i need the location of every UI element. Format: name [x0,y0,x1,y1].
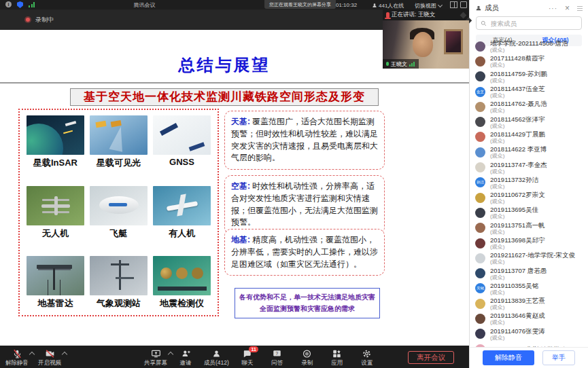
member-role: (观众) [490,92,545,98]
gallery-label: 飞艇 [110,227,128,240]
member-role: (观众) [490,335,545,341]
member-name: 地学学院-2021114508-唐浩 [490,39,568,47]
member-row[interactable]: 2019113751高一帆(观众) [470,221,588,236]
speaking-header: 正在讲话: 王晓文 [383,10,469,20]
panel-handle-icon[interactable] [577,6,583,11]
toolbar-label: 问答 [271,359,283,367]
meeting-duration: 01:10:32 [336,2,357,8]
member-row[interactable]: 地学学院-2021114508-唐浩(观众) [470,39,588,54]
member-avatar [475,41,485,52]
bottom-toolbar: 解除静音开启视频 共享屏幕邀请成员(412)聊天11?问答录制应用设置 离开会议 [0,346,469,368]
member-row[interactable]: 2019211627-地学学院-宋文俊(观众) [470,251,588,265]
member-row[interactable]: 2019110672罗崇文(观众) [470,190,588,205]
member-name: 2019113707 唐若愚 [490,267,547,274]
app-title: 腾讯会议 [0,1,289,9]
member-role: (观众) [490,62,544,68]
speaker-video-panel[interactable]: 正在讲话: 王晓文 王晓文 [383,10,469,69]
member-role: (观众) [490,213,538,219]
search-input[interactable] [489,19,577,28]
online-count[interactable]: 441人在线 [372,2,404,10]
toolbar-label: 设置 [361,359,373,367]
shared-slide: 总结与展望 基于空天地一体化技术监测川藏铁路空间形态及形变 星载InSAR星载可… [0,30,469,346]
toolbar-apps-button[interactable]: 应用 [326,349,349,367]
member-info: 2019113751高一帆(观众) [490,221,545,235]
layout-icon[interactable] [450,1,457,8]
member-info: 2019113839王艺熹(观众) [490,297,545,310]
member-row[interactable]: 2019113707 唐若愚(观众) [470,265,588,280]
toolbar-left-group: 解除静音开启视频 [5,349,61,367]
block-tag: 空基: [231,181,250,191]
toolbar-members-button[interactable]: 成员(412) [204,349,229,367]
member-name: 2019110672罗崇文 [490,191,545,198]
member-row[interactable]: 2019113839王艺熹(观众) [470,296,588,311]
members-panel-header: 成员 ··· × [470,0,588,14]
member-row[interactable]: 2019113698吴邱宁(观众) [470,236,588,251]
member-avatar [475,193,485,203]
cam-off-icon [45,349,55,358]
toolbar-qa-button[interactable]: ?问答 [266,349,289,367]
photo-blimp [90,186,148,225]
chevron-up-icon[interactable] [168,352,173,357]
info-block-space-based: 天基:覆盖范围广，适合大范围长期监测预警；但时效性和机动性较差，难以满足突发灾害… [224,111,385,170]
qa-icon: ? [272,349,282,358]
member-role: (观众) [490,259,575,265]
member-row[interactable]: 2017111428蔡霞宇(观众) [470,54,588,69]
chevron-up-icon[interactable] [62,352,67,357]
member-list[interactable]: 地学学院-2021114508-唐浩(观众)2017111428蔡霞宇(观众)2… [470,39,588,348]
leave-meeting-button[interactable]: 离开会议 [408,351,454,364]
slide-divider [0,82,469,84]
member-row[interactable]: 金芝2018114437伍金芝(观众) [470,84,588,99]
member-row[interactable]: 2018114759-苏刘鹏(观众) [470,69,588,84]
close-icon[interactable]: × [565,5,570,12]
member-row[interactable]: 2018114562张泽宇(观众) [470,114,588,129]
speaking-mic-icon [386,12,390,18]
photo-radar [27,256,84,295]
member-row[interactable]: 孙洁2019113732孙洁(观众) [470,175,588,190]
member-name: 2019113751高一帆 [490,221,545,229]
gallery-item: 星载可见光 [90,115,148,169]
member-row[interactable]: 2019114076张雯涛(观众) [470,327,588,342]
photo-gnss [153,115,211,155]
member-avatar [475,147,485,158]
recording-dot-icon [26,18,30,22]
member-row[interactable]: 2019113747-李金杰(观众) [470,160,588,174]
toolbar-label: 邀请 [180,359,192,367]
gallery-label: 有人机 [169,227,195,240]
toolbar-cam-off-button[interactable]: 开启视频 [38,349,61,367]
search-box[interactable] [476,16,582,30]
member-name: 2019113646黄赵成 [490,312,545,319]
toolbar-mic-off-button[interactable]: 解除静音 [5,349,29,367]
more-icon[interactable]: ··· [549,5,557,12]
recording-label: 录制中 [35,16,54,24]
toolbar-center-group: 共享屏幕邀请成员(412)聊天11?问答录制应用设置 [144,349,379,367]
signal-bars-icon [409,62,415,67]
member-row[interactable]: 2019113695吴佳(观众) [470,205,588,220]
view-switch-dropdown[interactable]: 切换视图 [415,2,442,10]
toolbar-settings-button[interactable]: 设置 [356,349,379,367]
member-info: 2019113707 唐若愚(观众) [490,267,547,280]
member-row[interactable]: 2018114762-聂凡浩(观众) [470,99,588,114]
fullscreen-icon[interactable] [460,1,467,8]
member-row[interactable]: 2019113646黄赵成(观众) [470,311,588,326]
toolbar-invite-button[interactable]: 邀请 [174,349,197,367]
toolbar-record-button[interactable]: 录制 [296,349,319,367]
toolbar-share-screen-button[interactable]: 共享屏幕 [144,349,167,367]
photo-optical [90,115,148,155]
member-name: 2019114076张雯涛 [490,327,545,335]
apps-icon [332,349,342,358]
member-row[interactable]: 2018114622 李亚博(观众) [470,145,588,160]
toolbar-chat-button[interactable]: 聊天11 [236,349,259,367]
member-row[interactable]: 2018114429丁晨鹏(观众) [470,130,588,145]
member-role: (观众) [490,123,545,129]
settings-icon [362,349,372,358]
gallery-item: GNSS [153,115,211,169]
unmute-button[interactable]: 解除静音 [483,350,534,365]
member-avatar [475,299,485,309]
member-avatar [475,314,485,324]
chevron-up-icon[interactable] [29,352,35,357]
member-row[interactable]: 吴铭2019110355吴铭(观众) [470,281,588,296]
screen-share-stage: i 腾讯会议 01:10:32 441人在线 切换视图 您正在观看王晓文的屏幕分… [0,0,469,368]
raise-hand-button[interactable]: 举手 [542,350,575,365]
member-info: 2017111428蔡霞宇(观众) [490,54,544,68]
member-info: 2019113695吴佳(观众) [490,206,538,219]
